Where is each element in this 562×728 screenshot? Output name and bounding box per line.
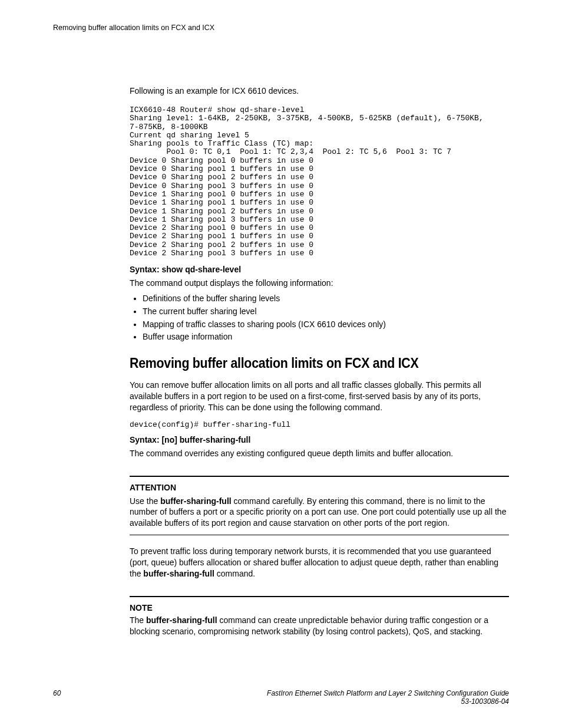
text-span: Use the bbox=[130, 496, 160, 506]
bullet-item: Definitions of the buffer sharing levels bbox=[143, 292, 509, 305]
text-span: command. bbox=[214, 569, 255, 578]
code-block-show-qd: ICX6610-48 Router# show qd-share-level S… bbox=[130, 106, 509, 258]
section2-para3: To prevent traffic loss during temporary… bbox=[130, 546, 509, 579]
command-buffer-sharing: device(config)# buffer-sharing-full bbox=[130, 420, 509, 429]
intro-text: Following is an example for ICX 6610 dev… bbox=[130, 86, 509, 95]
note-title: NOTE bbox=[130, 603, 509, 612]
bold-cmd: buffer-sharing-full bbox=[160, 496, 232, 506]
output-description: The command output displays the followin… bbox=[130, 278, 509, 289]
text-span: The bbox=[130, 615, 146, 625]
divider-thick bbox=[130, 596, 509, 597]
section-heading: Removing buffer allocation limits on FCX… bbox=[130, 355, 482, 371]
bold-cmd: buffer-sharing-full bbox=[146, 615, 217, 625]
bullet-item: The current buffer sharing level bbox=[143, 305, 509, 318]
attention-body: Use the buffer-sharing-full command care… bbox=[130, 496, 509, 529]
section2-para1: You can remove buffer allocation limits … bbox=[130, 380, 509, 413]
attention-title: ATTENTION bbox=[130, 483, 509, 492]
divider-thick bbox=[130, 476, 509, 477]
note-body: The buffer-sharing-full command can crea… bbox=[130, 615, 509, 637]
page-footer: 60 FastIron Ethernet Switch Platform and… bbox=[53, 689, 509, 706]
bullet-item: Buffer usage information bbox=[143, 331, 509, 344]
footer-docnum: 53-1003086-04 bbox=[53, 697, 509, 706]
footer-title: FastIron Ethernet Switch Platform and La… bbox=[53, 689, 509, 697]
output-bullets: Definitions of the buffer sharing levels… bbox=[130, 292, 509, 344]
bullet-item: Mapping of traffic classes to sharing po… bbox=[143, 318, 509, 331]
running-header: Removing buffer allocation limits on FCX… bbox=[53, 24, 509, 32]
syntax-line-2: Syntax: [no] buffer-sharing-full bbox=[130, 435, 509, 444]
page-number: 60 bbox=[53, 689, 61, 697]
bold-cmd: buffer-sharing-full bbox=[143, 569, 214, 578]
syntax-line-1: Syntax: show qd-share-level bbox=[130, 265, 509, 274]
divider-thin bbox=[130, 535, 509, 535]
section2-para2: The command overrides any existing confi… bbox=[130, 448, 509, 459]
